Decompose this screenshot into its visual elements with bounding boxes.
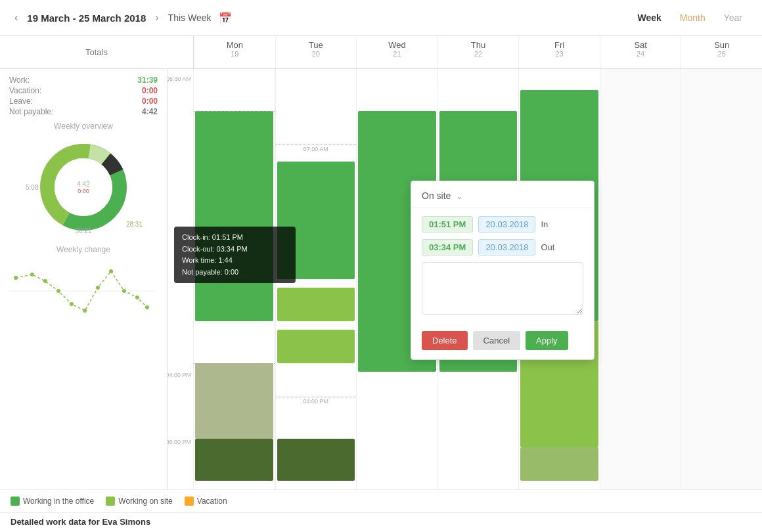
tab-year[interactable]: Year	[715, 10, 751, 26]
date-range: 19 March - 25 March 2018	[27, 12, 146, 24]
tooltip-worktime: Work time: 1:44	[182, 255, 288, 267]
legend-dot-office	[11, 497, 20, 506]
donut-label-right: 28:31	[126, 221, 143, 228]
day-date-fri: 23	[519, 50, 600, 58]
legend-office: Working in the office	[11, 497, 94, 506]
popup-header: On site ⌄	[411, 181, 594, 208]
day-date-mon: 19	[194, 50, 275, 58]
day-label-tue: Tue	[276, 40, 357, 50]
weekly-overview-title: Weekly overview	[9, 122, 158, 131]
time-label-400: 04:00 PM	[168, 372, 191, 378]
legend: Working in the office Working on site Va…	[0, 489, 762, 512]
not-payable-value: 4:42	[142, 107, 158, 116]
svg-point-11	[83, 309, 87, 313]
block-tue-3[interactable]	[277, 330, 355, 363]
totals-section: Work: 31:39 Vacation: 0:00 Leave: 0:00 N…	[9, 76, 158, 116]
tooltip: Clock-in: 01:51 PM Clock-out: 03:34 PM W…	[174, 227, 296, 283]
popup-body: 01:51 PM 20.03.2018 In 03:34 PM 20.03.20…	[411, 208, 594, 324]
cal-header-sun: Sun 25	[681, 36, 762, 68]
day-label-wed: Wed	[357, 40, 437, 50]
prev-week-button[interactable]: ‹	[11, 9, 22, 26]
cal-header-fri: Fri 23	[518, 36, 600, 68]
svg-point-16	[145, 305, 149, 309]
popup-date-in[interactable]: 20.03.2018	[478, 216, 535, 233]
cal-header-wed: Wed 21	[356, 36, 437, 68]
day-date-sun: 25	[681, 50, 762, 58]
popup-time-out[interactable]: 03:34 PM	[422, 239, 473, 255]
marker-mon-top	[194, 111, 275, 112]
day-label-mon: Mon	[194, 40, 275, 50]
cancel-button[interactable]: Cancel	[473, 331, 520, 350]
day-date-tue: 20	[276, 50, 357, 58]
popup-time-in[interactable]: 01:51 PM	[422, 216, 473, 233]
totals-header: Totals	[0, 36, 194, 68]
svg-point-9	[56, 289, 60, 293]
donut-label-left: 5:08	[26, 184, 38, 191]
legend-label-site: Working on site	[118, 497, 172, 506]
day-col-sun	[681, 69, 762, 489]
not-payable-label: Not payable:	[9, 107, 53, 116]
calendar-icon[interactable]: 📅	[219, 12, 232, 24]
block-mon-2[interactable]	[195, 363, 273, 439]
vacation-value: 0:00	[142, 86, 158, 95]
weekly-change-title: Weekly change	[9, 245, 158, 254]
time-marker-label-tue-bot: 04:00 PM	[276, 397, 357, 405]
donut-chart: 4:42 0:00 5:08 36:21 28:31	[31, 135, 136, 240]
tooltip-clockin: Clock-in: 01:51 PM	[182, 232, 288, 244]
donut-label-bottom: 36:21	[75, 227, 91, 234]
tab-month[interactable]: Month	[671, 10, 715, 26]
next-week-button[interactable]: ›	[151, 9, 162, 26]
day-label-sun: Sun	[681, 40, 762, 50]
legend-dot-vacation	[185, 497, 194, 506]
popup-footer: Delete Cancel Apply	[411, 324, 594, 359]
marker-mon-mid	[194, 363, 275, 364]
block-tue-bot[interactable]	[277, 439, 355, 481]
tab-week[interactable]: Week	[628, 10, 670, 26]
time-label-600: 06:00 PM	[168, 439, 191, 445]
svg-point-6	[14, 276, 18, 280]
work-value: 31:39	[137, 76, 158, 85]
day-label-thu: Thu	[438, 40, 519, 50]
svg-point-15	[135, 296, 139, 299]
cal-header-mon: Mon 19	[194, 36, 275, 68]
leave-label: Leave:	[9, 97, 33, 106]
block-fri-3[interactable]	[520, 447, 598, 481]
block-mon-1[interactable]	[195, 111, 273, 321]
block-mon-3[interactable]	[195, 439, 273, 481]
popup-notes-textarea[interactable]	[422, 262, 583, 315]
time-label-630: 06:30 AM	[168, 76, 191, 82]
svg-point-7	[30, 273, 34, 277]
legend-site: Working on site	[106, 497, 172, 506]
calendar-body: 06:30 AM 04:00 PM 06:00 PM	[168, 69, 762, 489]
sidebar: Work: 31:39 Vacation: 0:00 Leave: 0:00 N…	[0, 69, 168, 489]
delete-button[interactable]: Delete	[422, 331, 468, 350]
popup-chevron-icon[interactable]: ⌄	[456, 191, 463, 201]
svg-point-14	[122, 289, 126, 293]
svg-point-12	[96, 286, 100, 290]
legend-vacation: Vacation	[185, 497, 227, 506]
popup-inout-out: Out	[541, 242, 554, 252]
svg-point-8	[43, 279, 47, 283]
cal-header-thu: Thu 22	[437, 36, 519, 68]
view-tabs: Week Month Year	[628, 10, 751, 26]
work-label: Work:	[9, 76, 30, 85]
day-date-sat: 24	[600, 50, 681, 58]
tooltip-notpayable: Not payable: 0:00	[182, 267, 288, 278]
day-col-sat	[600, 69, 681, 489]
popup-row-2: 03:34 PM 20.03.2018 Out	[422, 239, 583, 255]
apply-button[interactable]: Apply	[526, 331, 568, 350]
day-label-sat: Sat	[600, 40, 681, 50]
svg-point-13	[109, 269, 113, 273]
day-date-wed: 21	[357, 50, 437, 58]
footer-label: Detailed work data for Eva Simons	[0, 512, 762, 532]
block-tue-2[interactable]	[277, 288, 355, 321]
day-label-fri: Fri	[519, 40, 600, 50]
footer-text: Detailed work data for Eva Simons	[11, 517, 150, 527]
tooltip-clockout: Clock-out: 03:34 PM	[182, 244, 288, 255]
popup-title: On site	[422, 190, 451, 201]
popup-dialog: On site ⌄ 01:51 PM 20.03.2018 In 03:34 P…	[411, 181, 594, 360]
popup-row-1: 01:51 PM 20.03.2018 In	[422, 216, 583, 233]
cal-header-tue: Tue 20	[275, 36, 357, 68]
popup-date-out[interactable]: 20.03.2018	[478, 239, 535, 255]
leave-value: 0:00	[142, 97, 158, 106]
